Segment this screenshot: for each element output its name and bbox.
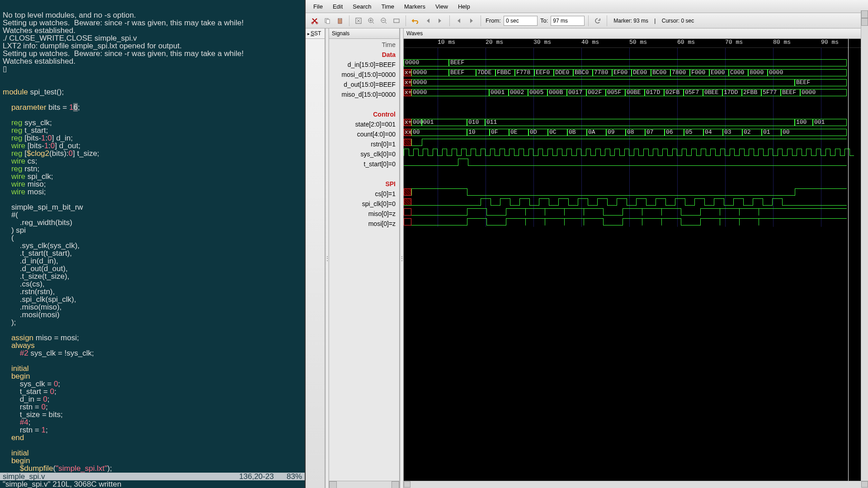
wave-canvas[interactable]: 10 ms20 ms30 ms40 ms50 ms60 ms70 ms80 ms… [404, 39, 868, 481]
waves-vscroll[interactable] [861, 28, 868, 481]
wave-row[interactable]: xx00100F0E0D0C0B0A09080706050403020100 [404, 127, 868, 137]
splitter-1[interactable] [325, 28, 329, 488]
menu-help[interactable]: Help [454, 2, 474, 11]
undo-icon[interactable] [410, 15, 420, 26]
menubar: File Edit Search Time Markers View Help [306, 0, 868, 13]
cut-icon[interactable] [309, 15, 320, 26]
menu-time[interactable]: Time [377, 2, 398, 11]
signals-hscroll[interactable] [329, 481, 399, 488]
signals-header: Signals [329, 28, 399, 39]
signal-item[interactable]: count[4:0]=00 [329, 129, 396, 139]
sst-header[interactable]: SST [306, 28, 325, 39]
wave-rows[interactable]: 0000BEEFx+0000BEEF7DDEFBBCF778EEF0DDE0BB… [404, 48, 868, 227]
to-input[interactable] [551, 16, 585, 26]
wave-row[interactable] [404, 197, 868, 207]
splitter-2[interactable] [400, 28, 404, 488]
paste-icon[interactable] [335, 15, 345, 26]
menu-search[interactable]: Search [349, 2, 375, 11]
wave-row[interactable] [404, 157, 868, 167]
from-label: From: [486, 17, 501, 24]
wave-row[interactable]: 0000BEEF [404, 58, 868, 68]
wave-row[interactable]: x+0000BEEF [404, 78, 868, 88]
svg-rect-5 [339, 18, 341, 19]
wave-row[interactable]: x+0000000100020005000B0017002F005F00BE01… [404, 88, 868, 98]
signal-item[interactable]: d_in[15:0]=BEEF [329, 60, 396, 70]
reload-icon[interactable] [592, 15, 603, 26]
gtkwave-app: File Edit Search Time Markers View Help … [305, 0, 868, 488]
signal-item[interactable]: state[2:0]=001 [329, 119, 396, 129]
first-icon[interactable] [422, 15, 433, 26]
toolbar: From: To: Marker: 93 ms | Cursor: 0 sec [306, 13, 868, 28]
wave-row[interactable] [404, 147, 868, 157]
to-label: To: [540, 17, 548, 24]
prev-icon[interactable] [453, 15, 464, 26]
signal-item[interactable]: sys_clk[0]=0 [329, 149, 396, 159]
vim-message: "simple_spi.v" 210L, 3068C written [0, 480, 305, 488]
terminal-pane[interactable]: No top level modules, and no -s option. … [0, 0, 305, 488]
ruler-tick: 50 ms [629, 39, 647, 46]
wave-row[interactable] [404, 187, 868, 197]
signal-item[interactable]: miso[0]=z [329, 209, 396, 219]
signal-item[interactable]: rstn[0]=1 [329, 139, 396, 149]
svg-rect-3 [326, 19, 330, 23]
zoom-undo-icon[interactable] [391, 15, 402, 26]
wave-row[interactable]: x+000001010011100001 [404, 117, 868, 127]
signal-item[interactable]: t_start[0]=0 [329, 159, 396, 169]
ruler-tick: 90 ms [821, 39, 839, 46]
sst-panel[interactable]: SST [306, 28, 325, 488]
zoom-in-icon[interactable] [366, 15, 377, 26]
signal-group-spi: SPI [329, 179, 396, 189]
ruler-tick: 60 ms [677, 39, 695, 46]
signal-group-data: Data [329, 50, 396, 60]
waves-panel: Waves 10 ms20 ms30 ms40 ms50 ms60 ms70 m… [404, 28, 868, 488]
cursor-status: Cursor: 0 sec [662, 18, 694, 24]
wave-row[interactable] [404, 137, 868, 147]
ruler-tick: 20 ms [486, 39, 503, 46]
wave-row[interactable] [404, 217, 868, 227]
menu-file[interactable]: File [309, 2, 327, 11]
menu-markers[interactable]: Markers [400, 2, 429, 11]
marker-status: Marker: 93 ms [613, 18, 648, 24]
ruler-tick: 30 ms [533, 39, 551, 46]
wave-row[interactable] [404, 207, 868, 217]
svg-rect-9 [394, 19, 399, 23]
main-area: SST Signals Time Datad_in[15:0]=BEEFmosi… [306, 28, 868, 488]
terminal-output: No top level modules, and no -s option. … [3, 11, 302, 472]
signal-item[interactable]: mosi[0]=z [329, 219, 396, 229]
wave-row[interactable]: x+0000BEEF7DDEFBBCF778EEF0DDE0BBC07780EF… [404, 68, 868, 78]
last-icon[interactable] [435, 15, 446, 26]
ruler-tick: 80 ms [773, 39, 791, 46]
signals-list[interactable]: Time Datad_in[15:0]=BEEFmosi_d[15:0]=000… [329, 39, 399, 481]
ruler-tick: 70 ms [725, 39, 743, 46]
signals-panel: Signals Time Datad_in[15:0]=BEEFmosi_d[1… [329, 28, 400, 488]
signal-group-control: Control [329, 109, 396, 119]
ruler-tick: 40 ms [581, 39, 599, 46]
status-sep: | [653, 18, 657, 24]
time-ruler[interactable]: 10 ms20 ms30 ms40 ms50 ms60 ms70 ms80 ms… [404, 39, 868, 48]
ruler-tick: 10 ms [438, 39, 455, 46]
signal-item[interactable]: miso_d[15:0]=0000 [329, 89, 396, 99]
zoom-fit-icon[interactable] [353, 15, 364, 26]
vim-statusline: simple_spi.v136,20-23 83% [0, 473, 305, 480]
waves-header: Waves [404, 28, 868, 39]
from-input[interactable] [504, 16, 538, 26]
waves-hscroll[interactable] [404, 481, 868, 488]
next-icon[interactable] [466, 15, 477, 26]
menu-edit[interactable]: Edit [329, 2, 347, 11]
marker-line[interactable] [848, 39, 849, 481]
signal-item[interactable]: spi_clk[0]=0 [329, 199, 396, 209]
menu-view[interactable]: View [431, 2, 452, 11]
signal-item[interactable]: mosi_d[15:0]=0000 [329, 70, 396, 80]
zoom-out-icon[interactable] [378, 15, 389, 26]
signal-item[interactable]: d_out[15:0]=BEEF [329, 80, 396, 89]
copy-icon[interactable] [322, 15, 333, 26]
signal-time: Time [329, 40, 396, 50]
signal-item[interactable]: cs[0]=1 [329, 189, 396, 199]
